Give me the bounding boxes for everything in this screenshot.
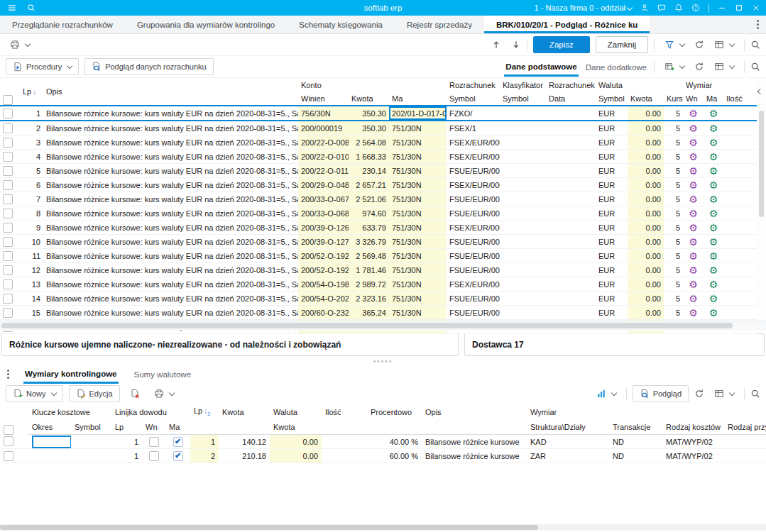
settlement-row[interactable]: 13Bilansowe różnice kursowe: kurs waluty… [0,277,757,292]
cell-konto-ma[interactable]: 751/30N [389,306,447,320]
col-group-konto[interactable]: Konto [298,78,447,92]
ma-checkbox[interactable]: ✔ [173,437,183,447]
search-in-grid-icon[interactable] [750,62,760,72]
view-filter-button[interactable] [660,38,689,52]
row-checkbox[interactable] [3,294,13,304]
print-button[interactable] [150,387,178,401]
cell-rozrachunek-data[interactable] [546,178,596,192]
cell-lp[interactable]: 9 [20,221,43,235]
col-header-lp[interactable]: Lp↓ [20,78,43,106]
settlement-row[interactable]: 3Bilansowe różnice kursowe: kurs waluty … [0,135,757,150]
cell-klasyfikator-symbol[interactable] [500,178,546,192]
col-header-ilosc[interactable]: Ilość [723,92,757,106]
grid-settings-button[interactable] [710,387,738,401]
cell-rozrachunek-data[interactable] [546,292,596,306]
cell-konto-kwota[interactable]: 230.14 [349,164,389,178]
cell-rozrachunek-data[interactable] [546,263,596,277]
cell-konto-kwota[interactable]: 2 657.21 [349,178,389,192]
cell-waluta-kwota[interactable]: 0.00 [628,221,664,235]
row-select-cell[interactable] [0,178,20,192]
cell-ilosc[interactable] [723,206,757,221]
col-header-wn[interactable]: Wn [142,419,165,435]
print-button[interactable] [6,38,34,52]
cell-kwota[interactable]: 210.18 [219,449,270,463]
cell-lp[interactable]: 6 [20,178,43,192]
tab-dane-podstawowe[interactable]: Dane podstawowe [504,57,578,77]
close-button[interactable]: Zamknij [596,36,648,53]
notifications-bell-icon[interactable] [674,4,683,12]
wymiar-wn-gear-icon[interactable]: ⚙ [689,194,698,205]
row-checkbox[interactable] [3,265,13,275]
cell-konto-ma[interactable]: 751/30N [389,235,447,249]
cell-wymiar-wn[interactable]: ⚙ [683,106,704,121]
document-tab[interactable]: Przeglądanie rozrachunków [0,16,125,33]
cell-waluta-symbol[interactable]: EUR [596,263,628,277]
row-checkbox[interactable] [3,308,13,318]
cell-waluta-kwota[interactable]: 0.00 [628,135,664,150]
cell-waluta-kwota[interactable]: 0.00 [628,249,664,263]
wymiar-wn-gear-icon[interactable]: ⚙ [689,293,698,304]
wymiar-ma-gear-icon[interactable]: ⚙ [709,194,718,205]
cell-konto-kwota[interactable]: 2 323.16 [349,292,389,306]
cell-lp[interactable]: 14 [20,292,43,306]
cell-ilosc[interactable] [322,449,367,463]
row-checkbox[interactable] [3,166,13,176]
cell-opis[interactable]: Bilansowe różnice kursowe: kurs waluty E… [43,164,298,178]
row-checkbox[interactable] [3,237,13,247]
col-header-wymiar-ma[interactable]: Ma [704,92,723,106]
cell-opis[interactable]: Bilansowe różnice kursowe: kurs waluty E… [43,249,298,263]
cell-waluta-kwota[interactable]: 0.00 [628,121,664,135]
cell-waluta-symbol[interactable]: EUR [596,164,628,178]
cell-waluta-kwota[interactable]: 0.00 [270,449,322,463]
row-select-cell[interactable] [0,106,20,121]
chart-view-button[interactable] [592,387,620,401]
cell-waluta-symbol[interactable]: EUR [596,121,628,135]
settlement-row[interactable]: 12Bilansowe różnice kursowe: kurs waluty… [0,263,757,277]
collapse-panel-icon[interactable] [757,89,763,94]
global-search-icon[interactable] [27,4,35,12]
cell-kurs[interactable]: 5 [664,221,683,235]
row-checkbox[interactable] [3,109,13,118]
wymiar-ma-gear-icon[interactable]: ⚙ [709,151,718,162]
cell-lp[interactable]: 11 [20,249,43,263]
cell-konto-winien[interactable]: 200/52-O-192-Z [298,249,349,263]
vertical-scrollbar[interactable] [757,78,766,321]
cell-waluta-symbol[interactable]: EUR [596,277,628,292]
cell-lp[interactable]: 2 [20,121,43,135]
cell-konto-kwota[interactable]: 974.60 [349,206,389,221]
cell-opis[interactable]: Bilansowe różnice kursowe: kurs waluty E… [43,121,298,135]
cell-wymiar-wn[interactable]: ⚙ [683,135,704,150]
cell-wymiar-wn[interactable]: ⚙ [683,121,704,135]
cell-waluta-kwota[interactable]: 0.00 [628,106,664,121]
cell-konto-winien[interactable]: 756/30N [298,106,349,121]
row-select-cell[interactable] [0,449,28,463]
col-header-rodzaj-przych[interactable]: Rodzaj przych [724,419,766,435]
col-header-waluta-kwota[interactable]: Kwota [628,92,664,106]
cell-konto-kwota[interactable]: 1 668.33 [349,150,389,164]
cell-opis[interactable]: Bilansowe różnice kursowe: kurs waluty E… [43,178,298,192]
wymiar-wn-gear-icon[interactable]: ⚙ [689,123,698,134]
dimension-row[interactable]: 1✔2210.180.0060.00 %Bilansowe różnice ku… [0,449,766,463]
col-header-rodzaj-kosztow[interactable]: Rodzaj kosztów [662,419,724,435]
grid-settings-button[interactable] [710,60,738,74]
cell-konto-ma[interactable]: 751/30N [389,206,447,221]
row-select-cell[interactable] [0,249,20,263]
settlement-row[interactable]: 4Bilansowe różnice kursowe: kurs waluty … [0,150,757,164]
user-icon[interactable] [640,4,649,12]
row-checkbox[interactable] [3,209,13,218]
cell-kurs[interactable]: 5 [664,263,683,277]
row-checkbox[interactable] [3,194,13,204]
wymiar-ma-gear-icon[interactable]: ⚙ [709,165,718,177]
cell-konto-ma[interactable]: 202/01-D-017-C [389,106,447,121]
cell-konto-winien[interactable]: 200/33-O-067-Z [298,192,349,206]
cell-konto-ma[interactable]: 751/30N [389,221,447,235]
cell-kurs[interactable]: 5 [664,164,683,178]
refresh-icon[interactable] [694,40,704,50]
wymiar-ma-gear-icon[interactable]: ⚙ [709,208,718,219]
cell-kurs[interactable]: 5 [664,249,683,263]
cell-ilosc[interactable] [723,277,757,292]
cell-konto-ma[interactable]: 751/30N [389,192,447,206]
row-checkbox[interactable] [4,436,13,446]
cell-wymiar-wn[interactable]: ⚙ [683,192,704,206]
col-header-procentowo[interactable]: Procentowo [367,404,422,419]
